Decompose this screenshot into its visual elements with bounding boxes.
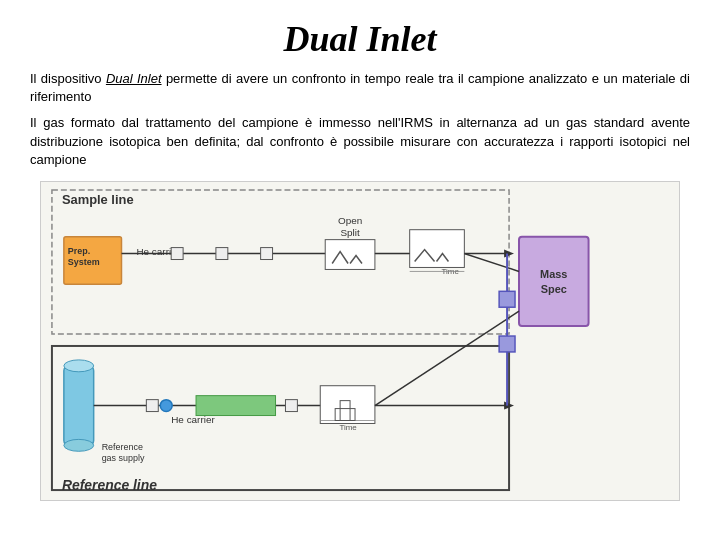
svg-text:System: System <box>68 257 100 267</box>
svg-rect-38 <box>499 291 515 307</box>
svg-rect-27 <box>196 396 276 416</box>
page-title: Dual Inlet <box>283 18 436 60</box>
he-carrier-bottom-label: He carrier <box>171 414 215 425</box>
svg-rect-8 <box>171 248 183 260</box>
svg-text:Mass: Mass <box>540 268 567 280</box>
svg-text:Split: Split <box>340 227 360 238</box>
diagram-svg: Sample line Reference line Prep. System … <box>41 182 679 500</box>
svg-rect-21 <box>64 366 94 446</box>
paragraph-2: Il gas formato dal trattamento del campi… <box>30 114 690 169</box>
svg-rect-31 <box>320 386 375 424</box>
svg-rect-17 <box>519 237 589 326</box>
open-split-label: Open <box>338 215 362 226</box>
svg-point-22 <box>64 360 94 372</box>
svg-rect-9 <box>216 248 228 260</box>
svg-rect-29 <box>146 400 158 412</box>
svg-point-23 <box>64 439 94 451</box>
svg-text:Spec: Spec <box>541 283 567 295</box>
page-container: Dual Inlet Il dispositivo Dual Inlet per… <box>0 0 720 540</box>
svg-point-28 <box>160 400 172 412</box>
reference-gas-supply-label: Reference <box>102 442 143 452</box>
sample-line-label: Sample line <box>62 192 134 207</box>
reference-line-label: Reference line <box>62 477 157 493</box>
svg-text:Prep.: Prep. <box>68 245 90 255</box>
svg-text:gas supply: gas supply <box>102 453 145 463</box>
svg-text:Time: Time <box>441 267 459 276</box>
svg-rect-39 <box>499 336 515 352</box>
svg-rect-30 <box>285 400 297 412</box>
svg-text:Time: Time <box>339 423 357 432</box>
svg-rect-12 <box>325 240 375 270</box>
svg-rect-10 <box>261 248 273 260</box>
paragraph-1: Il dispositivo Dual Inlet permette di av… <box>30 70 690 106</box>
diagram-container: Sample line Reference line Prep. System … <box>40 181 680 501</box>
